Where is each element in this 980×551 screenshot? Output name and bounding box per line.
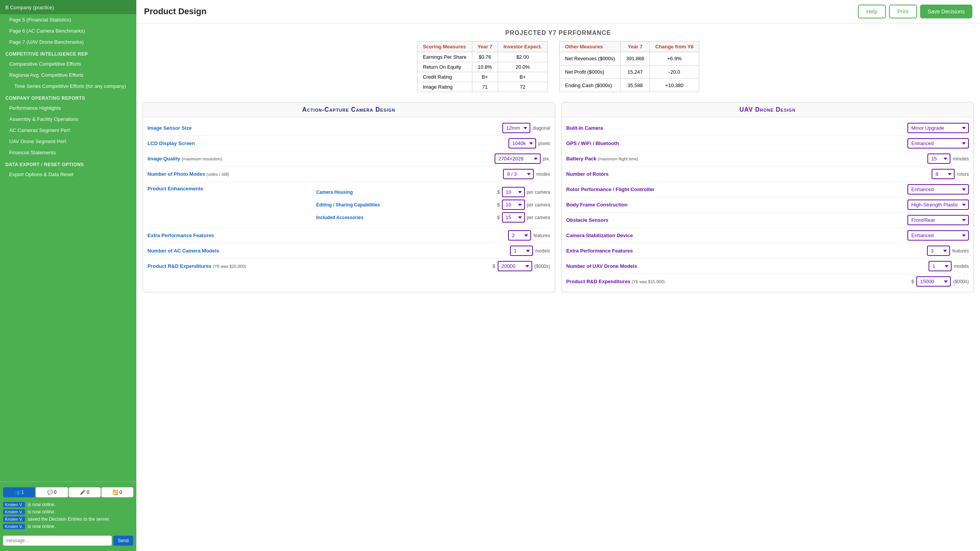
uav-rotors-label: Number of Rotors <box>566 171 788 177</box>
uav-obstacle-label: Obstacle Sensors <box>566 217 788 223</box>
sidebar-item-export[interactable]: Export Options & Data Reset <box>0 169 136 180</box>
ac-image-sensor-label: Image Sensor Size <box>147 125 369 131</box>
ac-design-rows: Image Sensor Size 10mm 12mm 14mm 16mm di… <box>143 117 555 277</box>
uav-rd-select[interactable]: 10000 15000 20000 25000 30000 <box>916 276 951 287</box>
uav-camera-row: Built-In Camera None Minor Upgrade Stand… <box>566 120 969 136</box>
uav-rotor-perf-value-group: Standard Enhanced <box>788 184 969 195</box>
send-button[interactable]: Send <box>113 536 133 546</box>
ac-image-sensor-row: Image Sensor Size 10mm 12mm 14mm 16mm di… <box>147 120 550 136</box>
scoring-table: Scoring Measures Year 7 Investor Expect.… <box>417 41 548 92</box>
ac-models-row: Number of AC Camera Models 1 2 3 4 model… <box>147 243 550 259</box>
uav-rotors-row: Number of Rotors 4 6 8 rotors <box>566 167 969 182</box>
sidebar-item-page7[interactable]: Page 7 (UAV Drone Benchmarks) <box>0 36 136 48</box>
sidebar-item-performance[interactable]: Performance Highlights <box>0 102 136 114</box>
chat-name-2: Kristen V. <box>3 516 25 522</box>
ac-enhancements-block: Product Enhancements Camera Housing $ 5 … <box>147 182 550 228</box>
uav-stabilization-select[interactable]: None Standard Enhanced <box>907 230 969 241</box>
uav-battery-unit: minutes <box>953 156 969 162</box>
uav-body-frame-select[interactable]: Basic Plastic High-Strength Plastic Carb… <box>907 200 969 210</box>
chat-input[interactable] <box>3 536 112 546</box>
sidebar-item-assembly[interactable]: Assembly & Facility Operations <box>0 114 136 125</box>
chat-name-1: Kristen V. <box>3 509 25 515</box>
uav-battery-select[interactable]: 10 15 20 25 30 <box>927 153 950 164</box>
uav-camera-label: Built-In Camera <box>566 125 788 131</box>
uav-panel-title: UAV Drone Design <box>562 102 974 117</box>
ac-editing-select[interactable]: 5 10 15 20 <box>502 200 525 210</box>
scoring-r3-c2: 72 <box>498 82 547 92</box>
ac-extra-perf-label: Extra Performance Features <box>147 233 369 238</box>
company-sub: (practice) <box>33 5 54 10</box>
table-row: Net Profit ($000s) 15,247 -20.0 <box>560 65 699 79</box>
uav-models-select[interactable]: 1 2 3 4 <box>929 261 952 271</box>
ac-rd-row: Product R&D Expenditures (Y6 was $20,000… <box>147 259 550 274</box>
uav-rotor-perf-select[interactable]: Standard Enhanced <box>907 184 969 195</box>
chat-users-button[interactable]: 👥 1 <box>3 487 35 497</box>
ac-enhancements-label: Product Enhancements <box>147 186 308 191</box>
table-row: Return On Equity 10.8% 20.0% <box>417 62 548 72</box>
save-button[interactable]: Save Decisions <box>920 5 973 18</box>
ac-lcd-select[interactable]: 720k 1040k 1440k 2160k <box>508 138 536 148</box>
scoring-r2-c1: B+ <box>472 72 498 82</box>
table-row: Ending Cash ($000s) 35,588 +10,380 <box>560 79 699 92</box>
table-row: Earnings Per Share $0.76 $2.00 <box>417 52 548 62</box>
uav-rotor-perf-label: Rotor Performance / Flight Controller <box>566 186 788 192</box>
sidebar-pages: Page 5 (Financial Statistics) Page 6 (AC… <box>0 14 136 48</box>
scoring-r3-c1: 71 <box>472 82 498 92</box>
ac-lcd-unit: pixels <box>538 141 550 146</box>
scoring-col-1: Year 7 <box>472 41 498 52</box>
other-r0-c2: +6.9% <box>650 52 699 66</box>
ac-camera-housing-dollar: $ <box>497 189 500 195</box>
ac-image-quality-select[interactable]: 1920×1080 2704×2028 3840×2160 <box>495 153 541 164</box>
chat-message-3: Kristen V. is now online. <box>3 524 133 529</box>
ac-photo-modes-select[interactable]: 4/2 6/2 8 / 3 10/4 <box>503 169 534 179</box>
ac-models-unit: models <box>535 248 550 254</box>
table-row: Image Rating 71 72 <box>417 82 548 92</box>
uav-rd-dollar: $ <box>911 279 914 284</box>
uav-body-frame-row: Body Frame Construction Basic Plastic Hi… <box>566 197 969 213</box>
ac-camera-housing-select[interactable]: 5 10 15 20 <box>502 187 525 197</box>
sidebar-item-financial[interactable]: Financial Statements <box>0 147 136 158</box>
ac-rd-select[interactable]: 10000 15000 20000 25000 30000 <box>498 261 532 271</box>
ac-accessories-select[interactable]: 5 10 15 20 <box>502 212 525 223</box>
sidebar-item-regional[interactable]: Regional Avg. Competitive Efforts <box>0 69 136 81</box>
sidebar-item-uav-drone[interactable]: UAV Drone Segment Perf. <box>0 136 136 147</box>
uav-extra-perf-select[interactable]: 0 1 2 3 4 5 <box>927 246 950 256</box>
help-button[interactable]: Help <box>858 5 886 18</box>
scoring-r1-c1: 10.8% <box>472 62 498 72</box>
other-r1-c0: Net Profit ($000s) <box>560 65 621 79</box>
sidebar-item-timeseries[interactable]: Time Series Competitive Efforts (for any… <box>0 81 136 92</box>
chat-message-0: Kristen V. is now online. <box>3 502 133 507</box>
ac-models-select[interactable]: 1 2 3 4 <box>510 246 533 256</box>
uav-camera-select[interactable]: None Minor Upgrade Standard Enhanced <box>907 123 969 133</box>
scoring-r1-c0: Return On Equity <box>417 62 472 72</box>
chat-messages-button[interactable]: 💬 0 <box>36 487 68 497</box>
other-col-0: Other Measures <box>560 41 621 52</box>
uav-obstacle-select[interactable]: None Front Only Front/Rear 360° <box>907 215 969 225</box>
ac-photo-modes-value-group: 4/2 6/2 8 / 3 10/4 modes <box>369 169 550 179</box>
ac-extra-perf-select[interactable]: 0 1 2 3 4 <box>508 230 531 241</box>
sidebar-item-page5[interactable]: Page 5 (Financial Statistics) <box>0 14 136 25</box>
ac-extra-perf-value-group: 0 1 2 3 4 features <box>369 230 550 241</box>
print-button[interactable]: Print <box>889 5 917 18</box>
ac-enhancements-items: Camera Housing $ 5 10 15 20 p <box>311 186 550 224</box>
uav-rotors-select[interactable]: 4 6 8 <box>932 169 955 179</box>
table-row: Credit Rating B+ B+ <box>417 72 548 82</box>
uav-gps-value-group: None Standard Enhanced <box>788 138 969 148</box>
uav-battery-value-group: 10 15 20 25 30 minutes <box>788 153 969 164</box>
uav-body-frame-value-group: Basic Plastic High-Strength Plastic Carb… <box>788 200 969 210</box>
ac-editing-right: $ 5 10 15 20 per camera <box>422 200 550 210</box>
uav-stabilization-label: Camera Stabilization Device <box>566 233 788 238</box>
uav-gps-select[interactable]: None Standard Enhanced <box>907 138 969 148</box>
sidebar-item-page6[interactable]: Page 6 (AC Camera Benchmarks) <box>0 25 136 36</box>
other-r0-c0: Net Revenues ($000s) <box>560 52 621 66</box>
chat-mic-button[interactable]: 🎤 0 <box>69 487 101 497</box>
ac-photo-modes-sub: (video / still) <box>207 172 229 177</box>
chat-refresh-button[interactable]: 🔁 0 <box>101 487 133 497</box>
chat-message-2: Kristen V. saved the Decision Entries to… <box>3 516 133 522</box>
sidebar-item-comparative[interactable]: Comparative Competitive Efforts <box>0 58 136 69</box>
sidebar-item-ac-cameras[interactable]: AC Cameras Segment Perf. <box>0 125 136 136</box>
ac-image-sensor-select[interactable]: 10mm 12mm 14mm 16mm <box>502 123 530 133</box>
sidebar: B Company (practice) Page 5 (Financial S… <box>0 0 136 551</box>
sidebar-bottom: 👥 1 💬 0 🎤 0 🔁 0 Kristen V. is now online… <box>0 482 136 551</box>
ac-extra-perf-row: Extra Performance Features 0 1 2 3 4 fea… <box>147 228 550 243</box>
